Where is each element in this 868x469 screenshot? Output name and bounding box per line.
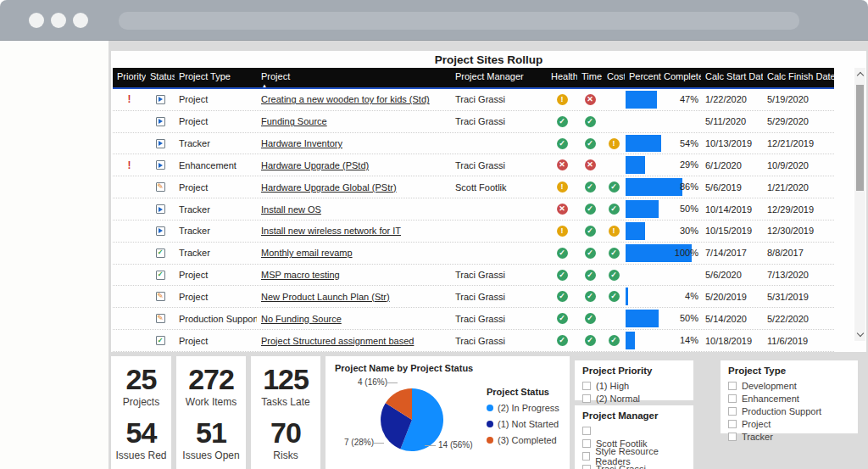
time-error-icon: ✕ (585, 159, 596, 170)
table-row[interactable]: TrackerHardware Inventory✓✓!54%10/13/201… (113, 133, 834, 155)
filter-option[interactable]: Production Support (728, 405, 850, 417)
table-row[interactable]: ✎ProjectHardware Upgrade Global (PStr)Sc… (113, 176, 834, 198)
cost-cell: ✓ (603, 176, 625, 198)
table-row[interactable]: ✎ProjectNew Product Launch Plan (Str)Tra… (113, 286, 834, 308)
pie-chart (379, 387, 445, 453)
checkbox-icon[interactable] (582, 452, 590, 461)
checkbox-icon[interactable] (582, 382, 591, 390)
scrollbar-thumb[interactable] (856, 85, 864, 191)
page-margin-left (0, 41, 108, 469)
table-row[interactable]: ProjectFunding SourceTraci Grassi✓✓5/11/… (113, 111, 834, 133)
filter-option[interactable]: Tracker (728, 430, 850, 443)
filter-option[interactable]: Project (728, 417, 850, 430)
column-header-time[interactable]: Time (577, 68, 603, 87)
column-header-calc-start-date[interactable]: Calc Start Date (701, 68, 763, 87)
table-row[interactable]: ✓ProjectMSP macro testingTraci Grassi✓✓✓… (113, 265, 834, 287)
checkbox-icon[interactable] (582, 427, 591, 435)
cost-ok-icon: ✓ (609, 248, 620, 259)
priority-cell (113, 265, 146, 286)
filter-option[interactable]: Development (728, 379, 850, 392)
project-link[interactable]: Creating a new wooden toy for kids (Std) (261, 94, 430, 104)
filter-option[interactable] (582, 424, 686, 437)
legend-item[interactable]: (2) In Progress (487, 403, 559, 413)
filter-option[interactable]: (2) Normal (582, 392, 686, 405)
legend-item[interactable]: (3) Completed (487, 435, 559, 445)
column-header-health[interactable]: Health (547, 68, 577, 87)
table-row[interactable]: !EnhancementHardware Upgrade (PStd)Traci… (113, 154, 834, 176)
time-cell: ✓ (577, 176, 603, 198)
window-control-dot[interactable] (73, 13, 88, 28)
project-link[interactable]: Install new OS (261, 204, 321, 215)
pct-cell: 30% (625, 221, 701, 242)
type-cell: Tracker (175, 221, 257, 242)
checkbox-icon[interactable] (728, 433, 737, 441)
time-ok-icon: ✓ (585, 116, 596, 127)
column-header-status[interactable]: Status (146, 68, 175, 87)
checkbox-icon[interactable] (728, 382, 737, 390)
checkbox-icon[interactable] (582, 394, 591, 403)
checkbox-icon[interactable] (728, 394, 737, 403)
checkbox-icon[interactable] (582, 439, 591, 448)
status-cell: ✎ (146, 176, 175, 198)
type-cell: Project (175, 111, 257, 132)
table-row[interactable]: ✓ProjectProject Structured assignment ba… (113, 330, 834, 352)
health-ok-icon: ✓ (557, 313, 568, 324)
table-row[interactable]: TrackerInstall new OS✕✓✓50%10/14/201912/… (113, 198, 834, 221)
column-header-project-type[interactable]: Project Type (175, 68, 257, 87)
project-link[interactable]: Monthly email revamp (261, 248, 353, 258)
column-header-project-manager[interactable]: Project Manager (451, 68, 547, 87)
scroll-up-icon[interactable] (856, 72, 863, 79)
status-cell (146, 111, 175, 132)
project-link[interactable]: No Funding Source (261, 314, 342, 324)
health-ok-icon: ✓ (557, 270, 568, 281)
scroll-down-icon[interactable] (856, 330, 863, 337)
in-progress-icon (156, 226, 165, 236)
filter-option[interactable]: (1) High (582, 379, 686, 392)
filter-option[interactable]: Style Resource Readers (582, 449, 686, 462)
project-link[interactable]: Funding Source (261, 116, 327, 126)
finish-cell: 5/29/2020 (763, 111, 834, 132)
project-link[interactable]: Hardware Upgrade (PStd) (261, 160, 369, 170)
status-cell: ✓ (146, 330, 175, 351)
project-link[interactable]: Install new wireless network for IT (261, 226, 401, 236)
column-header-percent-complete[interactable]: Percent Complete (625, 68, 701, 87)
pct-cell: 86% (625, 176, 701, 198)
window-control-dot[interactable] (51, 13, 66, 28)
priority-cell (113, 308, 146, 329)
cost-cell (603, 154, 625, 176)
project-link[interactable]: Hardware Upgrade Global (PStr) (261, 182, 397, 193)
table-row[interactable]: ✓TrackerMonthly email revamp✓✓✓100%7/14/… (113, 243, 834, 265)
finish-cell: 11/6/2019 (763, 330, 834, 351)
checkbox-icon[interactable] (728, 420, 737, 428)
column-header-priority[interactable]: Priority (113, 68, 146, 87)
project-link[interactable]: New Product Launch Plan (Str) (261, 292, 390, 302)
window-control-dot[interactable] (29, 13, 44, 28)
table-row[interactable]: ✎Production SupportNo Funding SourceTrac… (113, 308, 834, 330)
table-row[interactable]: !ProjectCreating a new wooden toy for ki… (113, 89, 834, 111)
address-bar[interactable] (119, 12, 799, 30)
column-header-calc-finish-date[interactable]: Calc Finish Date (763, 68, 834, 87)
project-link[interactable]: Project Structured assignment based (261, 336, 414, 346)
legend-item[interactable]: (1) Not Started (487, 419, 559, 429)
percent-complete-value: 4% (685, 286, 698, 308)
legend-label: (1) Not Started (498, 419, 559, 429)
priority-cell (113, 133, 146, 154)
status-cell (146, 198, 175, 220)
checkbox-icon[interactable] (582, 465, 591, 469)
project-link[interactable]: Hardware Inventory (261, 138, 342, 148)
checkbox-icon[interactable] (728, 407, 737, 416)
manager-cell: Scott Footlik (451, 176, 547, 198)
cost-ok-icon: ✓ (609, 204, 620, 215)
browser-titlebar (0, 0, 868, 41)
table-scrollbar[interactable] (854, 68, 865, 341)
project-cell: Hardware Upgrade (PStd) (257, 154, 451, 176)
column-header-cost[interactable]: Cost (603, 68, 625, 87)
kpi-card: 272Work Items51Issues Open (176, 356, 246, 469)
project-cell: Install new wireless network for IT (257, 221, 451, 242)
time-ok-icon: ✓ (585, 226, 596, 237)
project-link[interactable]: MSP macro testing (261, 270, 340, 280)
table-row[interactable]: TrackerInstall new wireless network for … (113, 221, 834, 243)
filter-option[interactable]: Enhancement (728, 392, 850, 405)
time-cell: ✕ (577, 89, 603, 110)
column-header-project[interactable]: Project▲ (257, 68, 451, 87)
